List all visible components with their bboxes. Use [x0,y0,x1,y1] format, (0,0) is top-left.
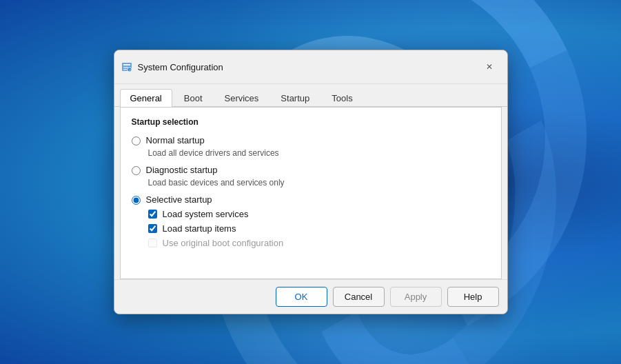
use-original-boot-label: Use original boot configuration [163,238,284,248]
normal-startup-item: Normal startup [132,135,490,145]
ok-button[interactable]: OK [276,287,327,307]
tab-bar: General Boot Services Startup Tools [114,84,507,107]
selective-startup-item: Selective startup [132,194,490,205]
cancel-button[interactable]: Cancel [333,287,385,307]
load-startup-items-label: Load startup items [163,223,236,234]
selective-options: Load system services Load startup items … [148,209,490,248]
apply-button[interactable]: Apply [390,287,442,307]
dialog-title: System Configuration [138,62,474,72]
normal-startup-label: Normal startup [146,135,205,145]
title-bar: ✦ System Configuration ✕ [114,50,507,84]
load-startup-items-item: Load startup items [148,223,490,234]
selective-startup-label: Selective startup [146,194,212,205]
diagnostic-startup-group: Diagnostic startup Load basic devices an… [132,165,490,188]
normal-startup-group: Normal startup Load all device drivers a… [132,135,490,158]
load-system-services-item: Load system services [148,209,490,219]
tab-startup[interactable]: Startup [270,89,320,107]
diagnostic-startup-desc: Load basic devices and services only [148,178,490,188]
tab-content: Startup selection Normal startup Load al… [120,107,502,279]
dialog-icon: ✦ [121,61,132,72]
button-bar: OK Cancel Apply Help [114,279,507,314]
load-system-services-label: Load system services [163,209,249,219]
svg-rect-1 [123,64,130,65]
tab-general[interactable]: General [120,89,172,107]
use-original-boot-checkbox[interactable] [148,239,157,247]
close-button[interactable]: ✕ [480,57,499,77]
use-original-boot-item: Use original boot configuration [148,238,490,248]
diagnostic-startup-item: Diagnostic startup [132,165,490,175]
tab-boot[interactable]: Boot [174,89,213,107]
load-startup-items-checkbox[interactable] [148,224,157,233]
selective-startup-radio[interactable] [132,196,141,205]
diagnostic-startup-label: Diagnostic startup [146,165,218,175]
section-label: Startup selection [132,117,490,127]
svg-rect-3 [123,69,127,70]
normal-startup-desc: Load all device drivers and services [148,148,490,158]
help-button[interactable]: Help [447,287,499,307]
load-system-services-checkbox[interactable] [148,210,157,219]
tab-tools[interactable]: Tools [321,89,363,107]
diagnostic-startup-radio[interactable] [132,166,141,175]
tab-services[interactable]: Services [214,89,269,107]
normal-startup-radio[interactable] [132,136,141,145]
selective-startup-group: Selective startup Load system services L… [132,194,490,248]
system-configuration-dialog: ✦ System Configuration ✕ General Boot Se… [114,50,508,314]
dialog-overlay: ✦ System Configuration ✕ General Boot Se… [0,0,621,364]
svg-rect-2 [123,67,128,68]
